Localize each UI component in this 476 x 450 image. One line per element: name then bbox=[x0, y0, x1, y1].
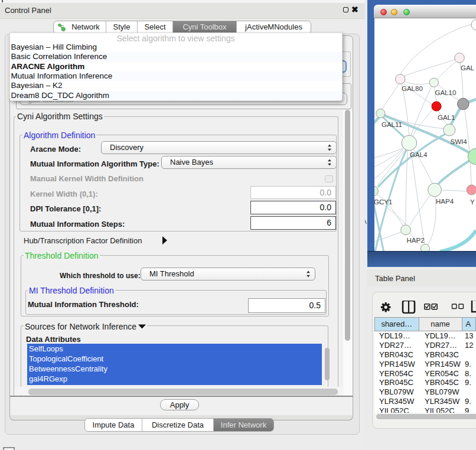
svg-text:HAP4: HAP4 bbox=[436, 198, 454, 205]
svg-text:GAL11: GAL11 bbox=[382, 121, 402, 128]
svg-text:GAL1: GAL1 bbox=[438, 114, 455, 121]
svg-text:GAL80: GAL80 bbox=[402, 85, 423, 92]
svg-text:HAP2: HAP2 bbox=[407, 237, 425, 244]
svg-text:GCY1: GCY1 bbox=[374, 198, 392, 206]
svg-text:GAL4: GAL4 bbox=[410, 151, 428, 158]
svg-text:GAL10: GAL10 bbox=[435, 89, 457, 96]
svg-text:Y: Y bbox=[470, 198, 475, 206]
svg-text:GAL: GAL bbox=[461, 64, 475, 71]
svg-text:SWI4: SWI4 bbox=[451, 138, 468, 145]
